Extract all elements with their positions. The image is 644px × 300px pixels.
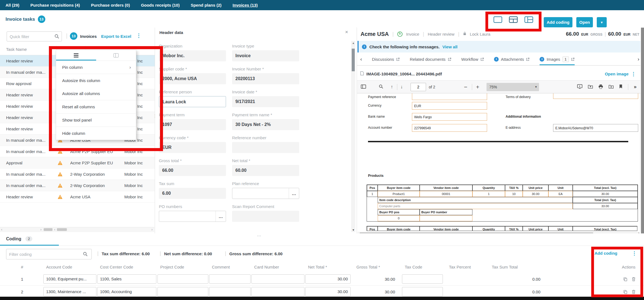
column-header-task-name[interactable]: Task Name (6, 47, 27, 52)
tax-code-field[interactable] (402, 287, 443, 296)
list-menu-kebab-icon[interactable]: ⋮ (136, 32, 141, 39)
layout-split-vertical-icon[interactable] (524, 16, 533, 23)
nav-invoices[interactable]: Invoices (13) (233, 3, 258, 7)
delete-row-icon[interactable] (632, 290, 635, 294)
plan-reference-field[interactable] (232, 188, 299, 199)
pdf-page[interactable]: Payment reference Terms of delivery Curr… (358, 93, 640, 231)
invoice-date-field[interactable]: 9/17/2021 (232, 96, 299, 107)
net-total-field[interactable]: 30.00 (305, 274, 351, 284)
print-icon[interactable] (598, 84, 603, 90)
po-numbers-field[interactable] (159, 211, 226, 222)
menu-item-reset-all-columns[interactable]: Reset all columns (56, 100, 136, 113)
tab-discussions[interactable]: Discussions (372, 53, 400, 65)
task-row[interactable]: In manual order ma...Acme P2P Supplier E… (0, 146, 155, 157)
horizontal-scrollbar[interactable]: ‹ › ‹ › (0, 227, 154, 232)
export-to-excel-link[interactable]: Export to Excel (101, 34, 131, 39)
tab-related-documents[interactable]: Related documents (410, 53, 451, 65)
supplier-code-field[interactable]: 2000, Acme USA (159, 73, 226, 84)
scrollbar-thumb[interactable] (57, 228, 67, 231)
tab-attachments[interactable]: Attachments (494, 53, 530, 65)
open-dropdown-button[interactable]: ▾ (597, 17, 607, 27)
net-total-field[interactable]: 30.00 (305, 287, 351, 296)
zoom-select[interactable]: 75%▾ (487, 83, 539, 91)
nav-purchase-requisitions[interactable]: Purchase requisitions (4) (30, 3, 80, 7)
reference-number-field[interactable] (232, 142, 299, 153)
project-code-field[interactable] (157, 274, 208, 284)
scrollbar-thumb[interactable] (44, 228, 52, 231)
open-image-link[interactable]: Open image (605, 72, 629, 76)
layout-split-horizontal-icon[interactable] (509, 16, 518, 23)
lookup-ellipsis-icon[interactable] (215, 211, 226, 222)
previous-page-icon[interactable]: ↑ (391, 84, 393, 90)
download-icon[interactable] (609, 85, 614, 90)
account-code-field[interactable]: 1300, Maintenance ... (43, 287, 96, 296)
scroll-left-icon[interactable]: ‹ (54, 227, 55, 232)
payment-term-field[interactable]: 1097 (159, 119, 226, 130)
menu-item-hide-column[interactable]: Hide column (56, 127, 136, 140)
scan-report-comment-field[interactable] (232, 211, 299, 222)
invoice-number-field[interactable]: 20200113 (232, 73, 299, 84)
copy-row-icon[interactable] (623, 277, 627, 281)
view-all-link[interactable]: View all (442, 44, 458, 49)
add-coding-button[interactable]: Add coding (544, 17, 572, 27)
menu-item-show-tool-panel[interactable]: Show tool panel (56, 114, 136, 127)
account-code-field[interactable]: 1030, Equipment pu... (43, 274, 96, 284)
nav-spend-plans[interactable]: Spend plans (2) (191, 3, 222, 7)
currency-code-field[interactable]: EUR (159, 142, 226, 153)
copy-row-icon[interactable] (623, 290, 627, 294)
open-file-icon[interactable] (588, 85, 593, 90)
invoice-type-field[interactable]: Invoice (232, 50, 299, 61)
task-row[interactable]: In manual order ma...2-Way CorporationMo… (0, 180, 155, 191)
task-row[interactable]: ApprovalAcme P2P Supplier EUMobor Inc (0, 157, 155, 169)
tab-images[interactable]: Images1 (540, 53, 574, 65)
find-icon[interactable] (379, 84, 383, 90)
scroll-left-icon[interactable]: ‹ (1, 227, 2, 232)
menu-item-autosize-all-columns[interactable]: Autosize all columns (56, 87, 136, 100)
coding-menu-kebab-icon[interactable]: ⋮ (632, 250, 637, 256)
scroll-right-icon[interactable]: › (151, 227, 153, 232)
vertical-scrollbar[interactable]: ▲ ▼ (351, 41, 355, 232)
more-tools-icon[interactable]: » (634, 84, 637, 90)
card-number-field[interactable] (251, 287, 304, 296)
vertical-scrollbar[interactable] (641, 28, 644, 233)
image-menu-kebab-icon[interactable]: ⋮ (631, 71, 636, 77)
task-row[interactable]: In manual order ma...2-Way CorporationMo… (0, 169, 155, 180)
next-page-icon[interactable]: ↓ (401, 84, 403, 90)
nav-purchase-orders[interactable]: Purchase orders (0) (91, 3, 130, 7)
open-button[interactable]: Open (576, 17, 593, 27)
scrollbar-thumb[interactable] (352, 49, 355, 71)
scroll-right-icon[interactable]: › (40, 227, 41, 232)
net-total-field[interactable]: 60.00 (232, 165, 299, 176)
tabs-scroll-left-icon[interactable]: ‹ (360, 53, 362, 65)
reference-person-field[interactable]: Laura Lock (159, 96, 226, 107)
layout-single-icon[interactable] (493, 16, 502, 23)
page-number-input[interactable] (411, 83, 426, 91)
delete-row-icon[interactable] (632, 277, 635, 281)
bookmark-icon[interactable] (619, 84, 622, 90)
tab-workflow[interactable]: Workflow (461, 53, 484, 65)
tax-code-field[interactable] (402, 274, 443, 284)
filter-coding-input[interactable] (6, 249, 92, 259)
close-icon[interactable]: × (345, 29, 348, 35)
comment-field[interactable] (209, 287, 251, 296)
task-row[interactable]: Header reviewAcme USAMobor Inc (0, 191, 155, 202)
scroll-down-icon[interactable]: ▼ (352, 228, 355, 231)
payment-term-name-field[interactable]: 30 Days Net - 2% (232, 119, 299, 130)
lookup-ellipsis-icon[interactable] (289, 188, 299, 199)
scroll-up-icon[interactable]: ▲ (352, 41, 355, 44)
nav-goods-receipts[interactable]: Goods receipts (10) (141, 3, 180, 7)
menu-tab-general[interactable] (56, 50, 96, 60)
menu-tab-columns[interactable] (96, 50, 136, 60)
sidebar-toggle-icon[interactable] (361, 85, 366, 90)
add-coding-link[interactable]: Add coding (595, 251, 617, 256)
cost-center-code-field[interactable]: 1100, Sales (97, 274, 156, 284)
menu-item-pin-column[interactable]: Pin column› (56, 61, 136, 74)
nav-all[interactable]: All (29) (6, 3, 19, 7)
zoom-out-icon[interactable]: − (464, 84, 467, 90)
section-resize-handle[interactable]: ⋯ (257, 233, 262, 238)
tab-coding[interactable]: Coding (6, 236, 21, 241)
cost-center-code-field[interactable]: 1090, Accounting (97, 287, 156, 296)
organization-field[interactable]: Mobor Inc. (159, 50, 226, 61)
tabs-scroll-right-icon[interactable]: › (638, 53, 640, 65)
card-number-field[interactable] (251, 274, 304, 284)
